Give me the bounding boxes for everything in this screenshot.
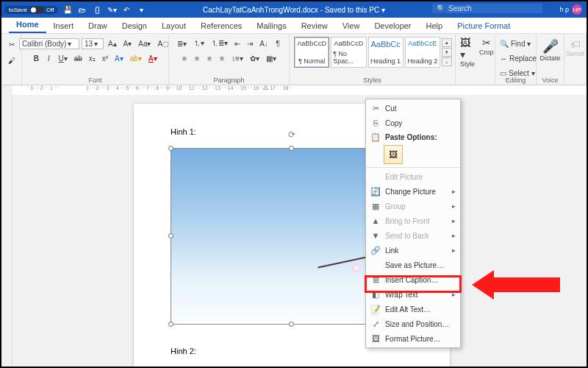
- style-nospacing[interactable]: AaBbCcD¶ No Spac...: [331, 37, 366, 68]
- resize-handle[interactable]: [168, 233, 173, 238]
- tab-home[interactable]: Home: [9, 18, 46, 33]
- style-normal[interactable]: AaBbCcD¶ Normal: [294, 37, 329, 68]
- autosave-toggle[interactable]: toSave Off: [4, 6, 58, 14]
- rotate-handle-icon[interactable]: ⟳: [288, 130, 295, 140]
- group-paragraph: ≣▾ ⒈▾ ⒈≣▾ ⇤ ⇥ A↓ ¶ ≡ ≡ ≡ ≡ ↕≡▾ ✿▾ ▦▾ Par…: [169, 34, 290, 85]
- strike-button[interactable]: ab: [72, 52, 85, 64]
- bullets-icon[interactable]: ≣▾: [175, 38, 189, 49]
- folder-icon[interactable]: 🗁: [77, 4, 87, 15]
- ctx-cut[interactable]: ✂Cut: [366, 101, 460, 116]
- ruler-horizontal[interactable]: · 3 · · 2 · · 1 · · 1 · · 2 · · 3 · · 4 …: [12, 85, 587, 95]
- style-heading2[interactable]: AaBbCcEHeading 2: [405, 37, 440, 68]
- cut-icon: ✂: [370, 103, 381, 113]
- braces-icon[interactable]: {}: [92, 4, 102, 15]
- ctx-save-as-picture[interactable]: Save as Picture…: [366, 258, 460, 272]
- styles-scroll-down[interactable]: ▾: [442, 48, 452, 57]
- pilcrow-icon[interactable]: ¶: [273, 38, 283, 49]
- format-icon: 🖼: [370, 333, 381, 344]
- subscript-button[interactable]: x₂: [87, 52, 98, 64]
- underline-button[interactable]: U▾: [56, 52, 69, 64]
- tab-mailings[interactable]: Mailings: [249, 19, 293, 33]
- tab-insert[interactable]: Insert: [46, 19, 82, 33]
- sensitivity-icon[interactable]: 🏷: [570, 38, 581, 50]
- highlight-icon[interactable]: ab▾: [128, 52, 144, 64]
- resize-handle[interactable]: [289, 146, 294, 151]
- tab-references[interactable]: References: [193, 19, 249, 33]
- cut-icon[interactable]: ✂: [7, 36, 17, 52]
- group-label-styles: Styles: [290, 77, 455, 84]
- resize-handle[interactable]: [168, 146, 173, 151]
- dictate-icon[interactable]: 🎤: [542, 38, 559, 54]
- save-icon[interactable]: 💾: [62, 4, 73, 15]
- numbering-icon[interactable]: ⒈▾: [191, 38, 207, 49]
- ctx-change-picture[interactable]: 🔄Change Picture▸: [366, 184, 460, 199]
- tab-picture-format[interactable]: Picture Format: [450, 19, 517, 33]
- paste-brush-icon[interactable]: 🖌: [6, 52, 18, 68]
- font-name-combo[interactable]: Calibri (Body)▾: [19, 38, 79, 49]
- find-button[interactable]: 🔍 Find ▾: [500, 36, 531, 51]
- replace-button[interactable]: ↔ Replace: [500, 51, 537, 66]
- resize-handle[interactable]: [289, 322, 294, 327]
- ctx-alt-text[interactable]: 📝Edit Alt Text…: [366, 302, 460, 316]
- resize-handle[interactable]: [168, 322, 173, 327]
- ctx-wrap-text[interactable]: ◧Wrap Text▸: [366, 287, 460, 302]
- avatar[interactable]: HP: [572, 4, 582, 15]
- font-color-icon[interactable]: A▾: [146, 52, 159, 64]
- shrink-font-icon[interactable]: A▾: [121, 38, 135, 49]
- ruler-vertical[interactable]: [1, 95, 12, 367]
- styles-expand[interactable]: ⌄: [442, 57, 452, 66]
- change-case-icon[interactable]: Aa▾: [136, 38, 153, 49]
- tab-review[interactable]: Review: [294, 19, 335, 33]
- send-back-icon: ▼: [370, 230, 381, 241]
- svg-marker-0: [472, 270, 560, 300]
- toggle-off-icon: [30, 7, 43, 13]
- align-right-icon[interactable]: ≡: [204, 52, 215, 64]
- align-left-icon[interactable]: ≡: [179, 52, 190, 64]
- highlighter-icon[interactable]: ✎▾: [107, 4, 117, 15]
- undo-icon[interactable]: ↶: [121, 4, 132, 15]
- picture-style-icon[interactable]: 🖼▾: [460, 37, 475, 60]
- tab-view[interactable]: View: [335, 19, 368, 33]
- grow-font-icon[interactable]: A▴: [106, 38, 119, 49]
- italic-button[interactable]: I: [43, 52, 54, 64]
- superscript-button[interactable]: x²: [100, 52, 110, 64]
- alt-text-icon: 📝: [370, 304, 381, 314]
- increase-indent-icon[interactable]: ⇥: [245, 38, 255, 49]
- tab-draw[interactable]: Draw: [81, 19, 115, 33]
- text-effects-icon[interactable]: A▾: [112, 52, 126, 64]
- qat-dropdown[interactable]: ▾: [136, 4, 146, 15]
- ctx-paste-picture[interactable]: 🖼: [384, 145, 403, 164]
- group-icon: ▦: [370, 201, 381, 211]
- ctx-send-back: ▼Send to Back▸: [366, 228, 460, 243]
- tab-layout[interactable]: Layout: [154, 19, 193, 33]
- align-center-icon[interactable]: ≡: [192, 52, 202, 64]
- document-area: · 3 · · 2 · · 1 · · 1 · · 2 · · 3 · · 4 …: [1, 85, 587, 367]
- group-label-voice: Voice: [537, 77, 564, 84]
- group-picture-mini: 🖼▾ Style ✂ Crop: [456, 34, 495, 85]
- user-name[interactable]: h p: [559, 6, 569, 13]
- crop-icon[interactable]: ✂: [482, 37, 491, 49]
- font-size-combo[interactable]: 13▾: [82, 38, 104, 49]
- tab-developer[interactable]: Developer: [367, 19, 418, 33]
- borders-icon[interactable]: ▦▾: [264, 52, 279, 64]
- search-box[interactable]: 🔍 Search: [432, 4, 542, 13]
- tab-help[interactable]: Help: [419, 19, 451, 33]
- bold-button[interactable]: B: [31, 52, 41, 64]
- tab-design[interactable]: Design: [115, 19, 154, 33]
- shading-icon[interactable]: ✿▾: [248, 52, 262, 64]
- group-sensitivity: 🏷 Sensit: [564, 34, 587, 85]
- ctx-link[interactable]: 🔗Link▸: [366, 243, 460, 258]
- ctx-format-picture[interactable]: 🖼Format Picture…: [366, 331, 460, 346]
- line-spacing-icon[interactable]: ↕≡▾: [229, 52, 245, 64]
- ctx-insert-caption[interactable]: ⊞Insert Caption…: [366, 272, 460, 287]
- ctx-copy[interactable]: ⎘Copy: [366, 116, 460, 130]
- ctx-size-position[interactable]: ⤢Size and Position…: [366, 316, 460, 331]
- decrease-indent-icon[interactable]: ⇤: [232, 38, 243, 49]
- multilevel-icon[interactable]: ⒈≣▾: [209, 38, 230, 49]
- caption-1: Hinh 1:: [171, 127, 196, 136]
- sort-icon[interactable]: A↓: [257, 38, 270, 49]
- style-heading1[interactable]: AaBbCcHeading 1: [368, 37, 404, 68]
- group-font: Calibri (Body)▾ 13▾ A▴ A▾ Aa▾ A◌ B I U▾ …: [22, 34, 169, 85]
- justify-icon[interactable]: ≡: [217, 52, 227, 64]
- styles-scroll-up[interactable]: ▴: [442, 38, 452, 47]
